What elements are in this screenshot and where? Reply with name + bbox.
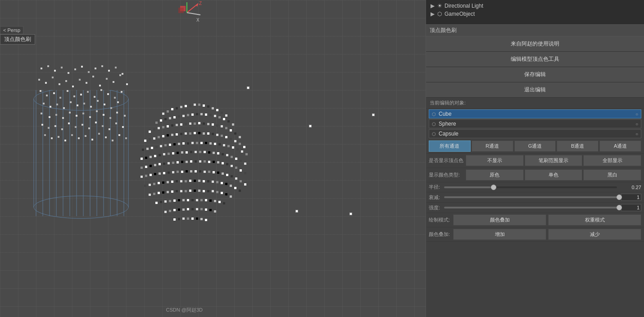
svg-rect-173 — [149, 138, 151, 140]
hierarchy-label-light: Directional Light — [444, 3, 483, 9]
svg-rect-182 — [189, 132, 191, 135]
exit-button[interactable]: 退出编辑 — [426, 82, 644, 98]
svg-rect-184 — [198, 132, 200, 134]
svg-rect-340 — [191, 199, 194, 201]
svg-rect-41 — [52, 77, 54, 78]
strength-thumb[interactable] — [617, 205, 622, 210]
svg-rect-358 — [209, 209, 212, 211]
svg-rect-296 — [167, 181, 169, 183]
svg-rect-39 — [38, 79, 40, 81]
pixel-cloud-sphere — [131, 99, 266, 243]
vertex-display-off-btn[interactable]: 不显示 — [466, 155, 524, 166]
color-type-original-btn[interactable]: 原色 — [466, 169, 524, 181]
color-blend-add-btn[interactable]: 增加 — [453, 229, 546, 240]
svg-rect-104 — [44, 134, 46, 136]
vertex-display-all-btn[interactable]: 全部显示 — [583, 155, 641, 166]
svg-rect-146 — [214, 115, 216, 117]
color-blend-sub-btn[interactable]: 减少 — [548, 229, 641, 240]
paint-mode-weight-btn[interactable]: 权重模式 — [548, 214, 641, 226]
object-capsule[interactable]: ⬡ Capsule ○ — [429, 129, 641, 138]
svg-rect-107 — [64, 140, 66, 141]
paint-mode-color-btn[interactable]: 颜色叠加 — [453, 214, 546, 226]
channel-g-btn[interactable]: G通道 — [514, 140, 556, 152]
svg-rect-124 — [189, 104, 191, 107]
falloff-input[interactable] — [621, 194, 641, 201]
svg-rect-62 — [100, 89, 102, 91]
svg-rect-163 — [203, 122, 205, 125]
svg-rect-26 — [41, 68, 42, 69]
svg-rect-170 — [234, 132, 236, 135]
svg-rect-63 — [107, 93, 109, 95]
radius-value: 0.27 — [619, 185, 641, 190]
color-type-bw-btn[interactable]: 黑白 — [583, 169, 641, 181]
svg-rect-285 — [222, 172, 224, 175]
svg-rect-118 — [162, 113, 164, 115]
svg-rect-152 — [153, 128, 155, 131]
channel-all-btn[interactable]: 所有通道 — [429, 140, 471, 152]
svg-rect-253 — [186, 161, 188, 163]
color-type-mono-btn[interactable]: 单色 — [525, 169, 583, 181]
channel-r-btn[interactable]: R通道 — [472, 140, 513, 152]
svg-rect-346 — [218, 201, 221, 203]
svg-rect-214 — [227, 145, 230, 147]
svg-rect-261 — [222, 162, 224, 164]
strength-track[interactable] — [444, 207, 619, 208]
svg-rect-313 — [149, 194, 151, 196]
svg-rect-115 — [118, 134, 120, 136]
usage-button[interactable]: 来自阿赵的使用说明 — [426, 36, 644, 52]
svg-rect-156 — [171, 124, 173, 127]
svg-rect-265 — [240, 169, 242, 172]
svg-rect-237 — [222, 153, 224, 155]
svg-rect-259 — [213, 161, 215, 163]
svg-rect-76 — [110, 107, 112, 109]
svg-rect-238 — [226, 154, 228, 156]
svg-rect-307 — [216, 181, 218, 183]
svg-rect-254 — [190, 160, 192, 163]
persp-label[interactable]: < Persp — [0, 26, 23, 34]
vertex-display-brush-btn[interactable]: 笔刷范围显示 — [525, 155, 583, 166]
radius-thumb[interactable] — [491, 185, 496, 190]
strength-input[interactable] — [621, 204, 641, 211]
svg-rect-138 — [178, 115, 180, 118]
svg-rect-322 — [189, 190, 191, 192]
svg-rect-257 — [204, 160, 206, 163]
svg-rect-58 — [73, 95, 75, 97]
save-button[interactable]: 保存编辑 — [426, 67, 644, 82]
svg-rect-360 — [173, 218, 176, 221]
channel-a-btn[interactable]: A通道 — [599, 140, 641, 152]
svg-rect-65 — [121, 91, 122, 93]
channel-b-btn[interactable]: B通道 — [557, 140, 599, 152]
edit-tool-button[interactable]: 编辑模型顶点色工具 — [426, 52, 644, 67]
svg-rect-123 — [185, 105, 187, 107]
svg-rect-144 — [205, 113, 207, 116]
svg-rect-297 — [171, 181, 173, 183]
svg-rect-52 — [126, 83, 128, 85]
svg-rect-354 — [191, 208, 194, 210]
svg-rect-72 — [83, 103, 85, 104]
svg-rect-142 — [196, 113, 198, 115]
strength-row: 强度: — [426, 203, 644, 213]
svg-rect-147 — [218, 116, 221, 118]
object-sphere[interactable]: ⬡ Sphere ○ — [429, 119, 641, 128]
svg-rect-335 — [169, 200, 171, 202]
svg-rect-187 — [212, 133, 214, 135]
svg-rect-208 — [200, 142, 203, 144]
svg-rect-293 — [153, 183, 155, 185]
svg-rect-34 — [95, 68, 96, 69]
svg-rect-143 — [200, 113, 203, 115]
falloff-track[interactable] — [444, 196, 619, 198]
svg-rect-236 — [217, 152, 219, 154]
svg-rect-211 — [214, 143, 216, 145]
svg-rect-331 — [230, 195, 232, 198]
svg-rect-220 — [145, 157, 147, 159]
svg-rect-367 — [205, 219, 207, 221]
svg-rect-250 — [172, 162, 174, 164]
light-icon: ☀ — [436, 3, 443, 9]
falloff-thumb[interactable] — [617, 195, 622, 200]
radius-track[interactable] — [444, 186, 617, 188]
svg-rect-344 — [209, 199, 212, 202]
object-cube[interactable]: ⬡ Cube ○ — [429, 109, 641, 118]
sphere-name: Sphere — [439, 121, 635, 127]
svg-rect-105 — [51, 137, 53, 139]
svg-rect-247 — [159, 163, 161, 165]
